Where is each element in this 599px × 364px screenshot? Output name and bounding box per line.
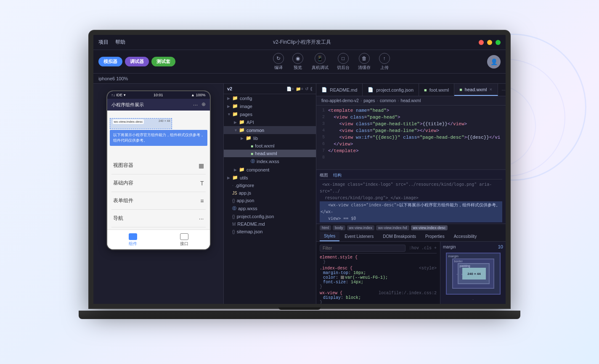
bottom-panels: 概图 结构 <wx-image class="index-logo" src="… xyxy=(316,169,506,304)
tree-label: sitemap.json xyxy=(237,229,263,234)
styles-filter-input[interactable] xyxy=(320,245,406,252)
minimize-button[interactable] xyxy=(487,40,492,45)
tree-item-app-js[interactable]: ▶ JS app.js xyxy=(224,189,316,197)
tree-item-app-json[interactable]: ▶ {} app.json xyxy=(224,197,316,204)
phone-menu-item-1[interactable]: 基础内容 T xyxy=(111,174,206,192)
tree-item-index-wxss[interactable]: ▶ ⓪ index.wxss xyxy=(224,157,316,166)
components-nav-icon xyxy=(129,233,137,240)
styles-panel: :hov .cls + element.style { } .index-de xyxy=(316,242,440,304)
refresh-button[interactable]: ↺ xyxy=(305,87,308,91)
phone-menu-item-2[interactable]: 表单组件 ≡ xyxy=(111,192,206,210)
compile-button[interactable]: ↻ 编译 xyxy=(273,53,284,71)
phone-nav-components[interactable]: 组件 xyxy=(129,233,137,247)
tree-label: config xyxy=(240,96,252,101)
editor-panel: 📄 README.md 📄 project.config.json ■ foot… xyxy=(316,84,506,304)
tab-head-wxml[interactable]: ■ head.wxml ✕ xyxy=(454,84,498,96)
tab-styles[interactable]: Styles xyxy=(320,232,339,241)
tab-properties[interactable]: Properties xyxy=(421,232,449,241)
tag-wx-view-index[interactable]: wx-view.index xyxy=(347,225,375,230)
code-line-6: 6 </view> xyxy=(316,141,506,148)
css-selector: element.style { xyxy=(320,255,358,260)
tab-accessibility[interactable]: Accessibility xyxy=(450,232,481,241)
rendered-tab-source[interactable]: 结构 xyxy=(333,172,342,178)
tab-foot-wxml[interactable]: ■ foot.wxml xyxy=(419,84,454,96)
new-folder-button[interactable]: 📁+ xyxy=(296,87,303,91)
tree-item-image[interactable]: ▶ 📁 image xyxy=(224,102,316,110)
phone-nav-label-1: 接口 xyxy=(180,241,188,247)
upload-button[interactable]: ↑ 上传 xyxy=(379,53,390,71)
tree-item-component[interactable]: ▶ 📁 component xyxy=(224,166,316,174)
phone-nav-interfaces[interactable]: 接口 xyxy=(180,233,188,247)
testsuit-button[interactable]: 测试套 xyxy=(151,57,175,66)
tree-item-gitignore[interactable]: ▶ · .gitignore xyxy=(224,182,316,189)
tab-icon: 📄 xyxy=(321,87,327,92)
phone-menu-item-3[interactable]: 导航 ··· xyxy=(111,210,206,227)
tree-item-lib[interactable]: ▶ 📁 lib xyxy=(224,134,316,142)
debugger-button[interactable]: 调试器 xyxy=(125,57,149,66)
tag-wx-view-index-desc[interactable]: wx-view.index-desc xyxy=(411,225,448,230)
code-editor[interactable]: 1 <template name="head"> 2 <view class="… xyxy=(316,106,506,169)
css-rule-index-desc: .index-desc { <style> margin-top: 10px; … xyxy=(320,266,437,289)
selected-element-text: 以下将展示小程序官方组件能力，组件样式仅供参考，组件代码仅供参考。 xyxy=(110,130,207,146)
phone-menu-icon-3: ··· xyxy=(199,215,204,222)
tree-item-readme[interactable]: ▶ M README.md xyxy=(224,220,316,228)
tree-item-utils[interactable]: ▶ 📁 utils xyxy=(224,174,316,182)
pseudo-hint[interactable]: :hov .cls + xyxy=(409,246,437,251)
tree-item-api[interactable]: ▶ 📁 API xyxy=(224,118,316,126)
tree-item-app-wxss[interactable]: ▶ ⓪ app.wxss xyxy=(224,204,316,213)
tab-readme[interactable]: 📄 README.md xyxy=(316,84,363,96)
tree-label: pages xyxy=(240,112,252,117)
tab-project-config[interactable]: 📄 project.config.json xyxy=(363,84,419,96)
user-avatar[interactable]: 👤 xyxy=(487,55,501,69)
css-val: 10px; xyxy=(353,271,366,275)
tab-event-listeners[interactable]: Event Listeners xyxy=(340,232,378,241)
clear-cache-button[interactable]: 🗑 清缓存 xyxy=(358,53,371,71)
arrow-icon: ▶ xyxy=(227,104,232,108)
preview-button[interactable]: ◉ 预览 xyxy=(292,53,303,71)
maximize-button[interactable] xyxy=(496,40,501,45)
tree-item-common[interactable]: ▼ 📁 common xyxy=(224,126,316,134)
phone-menu-item-0[interactable]: 视图容器 ▦ xyxy=(111,157,206,174)
phone-menu-icon-2: ≡ xyxy=(200,198,204,204)
breadcrumb-file: head.wxml xyxy=(401,98,421,103)
arrow-icon: ▶ xyxy=(234,168,239,172)
close-button[interactable] xyxy=(479,40,484,45)
phone-title-more[interactable]: ··· ⊕ xyxy=(193,101,206,108)
device-debug-button[interactable]: 📱 真机调试 xyxy=(312,53,329,71)
css-prop: font-size xyxy=(323,280,346,285)
tree-item-foot-wxml[interactable]: ▶ ■ foot.wxml xyxy=(224,142,316,150)
css-source: localfile:/.index.css:2 xyxy=(379,291,437,295)
phone-time: 10:01 xyxy=(154,93,163,97)
menu-item-help[interactable]: 帮助 xyxy=(115,39,125,46)
tree-label: app.json xyxy=(237,198,254,203)
phone-title-bar: 小程序组件展示 ··· ⊕ xyxy=(107,99,210,111)
file-icon: {} xyxy=(232,198,235,203)
arrow-icon: ▶ xyxy=(234,120,239,124)
tab-dom-breakpoints[interactable]: DOM Breakpoints xyxy=(379,232,420,241)
tab-more-button[interactable]: ··· xyxy=(498,84,506,96)
tag-wx-view-index-hd[interactable]: wx-view.index-hd xyxy=(376,225,409,230)
new-file-button[interactable]: 📄+ xyxy=(286,87,294,91)
toolbar-mode-buttons: 模拟器 调试器 测试套 xyxy=(98,57,175,66)
tab-close-icon[interactable]: ✕ xyxy=(489,87,493,92)
css-val: var(--weui-FG-1); xyxy=(341,275,388,280)
rendered-code-block: <wx-image class="index-logo" src="../res… xyxy=(320,181,502,224)
tree-item-head-wxml[interactable]: ▶ ■ head.wxml xyxy=(224,150,316,157)
tag-body[interactable]: body xyxy=(333,225,345,230)
tree-item-sitemap[interactable]: ▶ {} sitemap.json xyxy=(224,228,316,235)
background-icon: □ xyxy=(338,53,349,64)
filetree-header: v2 📄+ 📁+ ↺ ⟪ xyxy=(224,84,316,94)
background-button[interactable]: □ 切后台 xyxy=(337,53,350,71)
tag-html[interactable]: html xyxy=(320,225,331,230)
collapse-button[interactable]: ⟪ xyxy=(310,87,313,91)
rendered-line-2[interactable]: <wx-view class="index-desc">以下将展示小程序官方组件… xyxy=(320,201,502,222)
tree-item-pages[interactable]: ▼ 📁 pages xyxy=(224,110,316,118)
folder-icon: 📁 xyxy=(232,95,238,101)
tree-item-config[interactable]: ▶ 📁 config xyxy=(224,94,316,102)
simulator-button[interactable]: 模拟器 xyxy=(98,57,122,66)
tree-label: component xyxy=(246,167,269,172)
menu-item-project[interactable]: 项目 xyxy=(98,39,109,46)
rendered-tab-preview[interactable]: 概图 xyxy=(320,172,328,178)
arrow-icon: ▼ xyxy=(227,112,232,116)
tree-item-project-config[interactable]: ▶ {} project.config.json xyxy=(224,213,316,220)
